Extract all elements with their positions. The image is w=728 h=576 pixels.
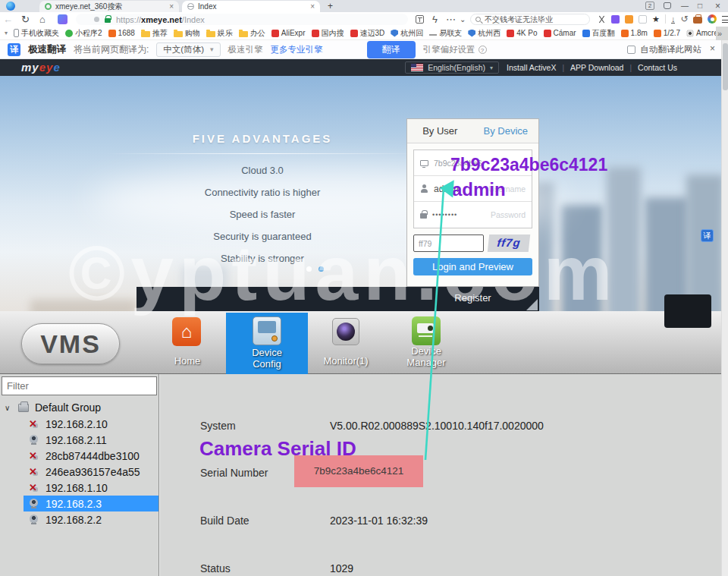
device-tree-item[interactable]: 28cb87444dbe3100 bbox=[24, 448, 158, 464]
reload-icon[interactable]: ↻ bbox=[21, 14, 30, 25]
dropdown-caret-icon[interactable]: ⌄ bbox=[460, 15, 466, 24]
bookmark-item[interactable]: 推荐 bbox=[141, 28, 168, 39]
extension-orange-icon[interactable] bbox=[625, 15, 633, 24]
restore-tab-icon[interactable]: ↺ bbox=[680, 14, 688, 24]
close-button[interactable]: × bbox=[715, 1, 720, 11]
bookmark-item[interactable]: 1/2.7 bbox=[654, 29, 680, 37]
page-translate-icon[interactable] bbox=[416, 15, 424, 24]
nav-label-monitor[interactable]: Monitor(1) bbox=[315, 355, 376, 367]
home-icon[interactable]: ⌂ bbox=[39, 14, 46, 25]
bookmark-item[interactable]: 4K Po bbox=[507, 29, 537, 37]
app-download-link[interactable]: APP Download bbox=[570, 63, 623, 72]
captcha-input[interactable] bbox=[413, 234, 484, 252]
filter-input[interactable] bbox=[2, 376, 157, 395]
device-tree-item[interactable]: 192.168.2.2 bbox=[24, 511, 158, 527]
monitor-icon[interactable] bbox=[332, 318, 359, 345]
help-icon[interactable]: ? bbox=[479, 46, 487, 54]
download-icon[interactable]: ↓ bbox=[671, 15, 676, 24]
engine-settings-link[interactable]: 引擎偏好设置? bbox=[423, 44, 487, 55]
bookmarks-caret-icon[interactable]: ▾ bbox=[5, 30, 8, 36]
bookmark-item[interactable]: 杭州西 bbox=[468, 28, 500, 39]
window-badge[interactable]: 2 bbox=[645, 2, 654, 10]
bookmark-item[interactable]: 速迈3D bbox=[350, 28, 385, 39]
captcha-image[interactable]: ff7g bbox=[488, 234, 530, 252]
extension-purple-icon[interactable] bbox=[611, 15, 620, 24]
device-tree-item[interactable]: 246ea936157e4a55 bbox=[24, 464, 158, 480]
tab-xmeye-search[interactable]: xmeye.net_360搜索 × bbox=[39, 1, 179, 12]
minimize-button[interactable]: — bbox=[681, 2, 689, 10]
auto-translate-group: 自动翻译此网站 bbox=[627, 44, 702, 55]
bookmark-item[interactable]: Amcre bbox=[686, 29, 716, 37]
browser-360-icon[interactable] bbox=[708, 14, 717, 24]
auto-translate-checkbox[interactable] bbox=[627, 46, 635, 54]
url-text[interactable]: https://xmeye.net/Index bbox=[116, 15, 205, 24]
new-tab-button[interactable]: + bbox=[328, 1, 333, 11]
screenshot-icon[interactable] bbox=[598, 15, 606, 24]
bookmark-item[interactable]: 1.8m bbox=[621, 29, 648, 37]
bookmark-item[interactable]: 杭州回 bbox=[391, 28, 423, 39]
more-options-icon[interactable]: ⋯ bbox=[446, 14, 456, 25]
maximize-button[interactable]: □ bbox=[698, 2, 702, 10]
login-and-preview-button[interactable]: Login and Preview bbox=[413, 258, 532, 275]
device-tree-item[interactable]: 192.168.1.10 bbox=[24, 480, 158, 496]
bookmarks-overflow-icon[interactable]: » bbox=[717, 29, 722, 38]
tab-close-icon[interactable]: × bbox=[169, 3, 174, 11]
device-status-icon bbox=[29, 467, 39, 477]
logo-part: my bbox=[21, 61, 39, 74]
device-tree-item[interactable]: 192.168.2.10 bbox=[24, 416, 158, 432]
address-bar[interactable]: https://xmeye.net/Index bbox=[76, 14, 408, 25]
nav-label-device-manager[interactable]: Device Manager bbox=[398, 345, 454, 368]
register-link[interactable]: Register bbox=[406, 292, 539, 304]
scrollbar-thumb[interactable] bbox=[723, 43, 728, 90]
device-manager-icon[interactable] bbox=[412, 316, 441, 345]
xmeye-logo[interactable]: myeye bbox=[21, 61, 61, 74]
browser-logo-icon[interactable] bbox=[6, 2, 15, 11]
window-panel-icon[interactable] bbox=[664, 2, 671, 9]
bookmark-item[interactable]: 国内搜 bbox=[312, 28, 344, 39]
nav-label-home[interactable]: Home bbox=[157, 355, 218, 367]
favorite-star-icon[interactable]: ★ bbox=[652, 14, 660, 24]
bookmark-item[interactable]: 办公 bbox=[239, 28, 265, 39]
chevron-down-icon[interactable]: ∨ bbox=[5, 404, 10, 412]
tab-index[interactable]: Index × bbox=[182, 1, 320, 12]
page-scrollbar[interactable] bbox=[721, 40, 728, 576]
tab-by-user[interactable]: By User bbox=[407, 119, 473, 143]
bookmark-item[interactable]: 小程序2 bbox=[65, 28, 102, 39]
speed-mode-icon[interactable]: ϟ bbox=[432, 14, 438, 25]
ai-app-icon[interactable] bbox=[58, 14, 67, 24]
translate-bar-close-icon[interactable]: × bbox=[710, 43, 715, 54]
device-tree-item[interactable]: 192.168.2.3 bbox=[24, 496, 158, 511]
bookmark-item[interactable]: 易联支 bbox=[429, 28, 462, 39]
engine-more-link[interactable]: 更多专业引擎 bbox=[271, 44, 323, 55]
tab-close-icon[interactable]: × bbox=[310, 3, 315, 11]
tab-by-device[interactable]: By Device bbox=[473, 119, 539, 143]
bookmark-item[interactable]: 娱乐 bbox=[206, 28, 233, 39]
install-activex-link[interactable]: Install ActiveX bbox=[507, 63, 556, 72]
bookmark-item[interactable]: AliExpr bbox=[271, 29, 306, 37]
search-box[interactable]: 不交钱考证无法毕业 bbox=[470, 14, 590, 25]
bookmark-item[interactable]: 手机收藏夹 bbox=[14, 28, 59, 39]
tree-group-row[interactable]: ∨ Default Group bbox=[0, 400, 159, 415]
password-input[interactable]: •••••••• Password bbox=[414, 202, 532, 228]
bookmark-item[interactable]: Cámar bbox=[544, 29, 576, 37]
bookmark-item[interactable]: 百度翻 bbox=[582, 28, 615, 39]
bookmark-item[interactable]: 1688 bbox=[108, 29, 135, 37]
back-icon[interactable]: ← bbox=[3, 14, 13, 25]
site-info-icon[interactable] bbox=[94, 17, 99, 22]
lock-icon[interactable] bbox=[105, 18, 111, 23]
floating-translate-icon[interactable]: 译 bbox=[701, 229, 714, 242]
contact-us-link[interactable]: Contact Us bbox=[638, 63, 677, 72]
device-tree-item[interactable]: 192.168.2.11 bbox=[24, 432, 158, 448]
nav-device-config-selected[interactable]: Device Config bbox=[226, 313, 308, 374]
home-nav-icon[interactable]: ⌂ bbox=[172, 317, 201, 346]
bookmark-item[interactable]: 购物 bbox=[174, 28, 200, 39]
workspace-icon[interactable] bbox=[693, 17, 702, 24]
menu-icon[interactable] bbox=[722, 15, 728, 24]
language-select[interactable]: 中文(简体)▾ bbox=[156, 42, 220, 57]
device-status-icon bbox=[29, 483, 39, 493]
search-hotword[interactable]: 不交钱考证无法毕业 bbox=[485, 14, 553, 25]
language-dropdown[interactable]: English(English) ▾ bbox=[405, 61, 499, 74]
tool-dot bbox=[271, 335, 278, 342]
extension-white-icon[interactable] bbox=[639, 15, 647, 24]
translate-button[interactable]: 翻译 bbox=[367, 41, 416, 58]
